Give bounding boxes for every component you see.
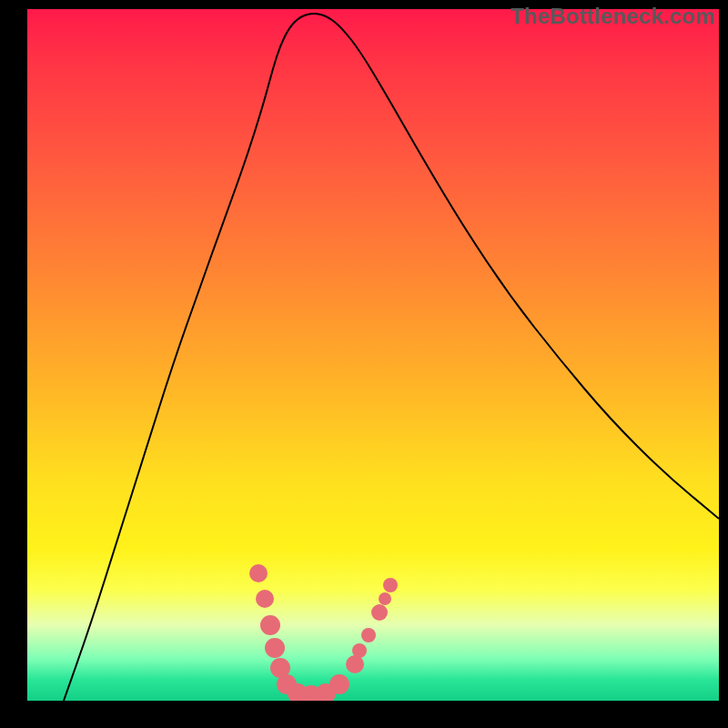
- data-marker: [346, 655, 364, 673]
- data-marker: [371, 604, 388, 621]
- data-marker: [256, 590, 274, 608]
- data-markers: [249, 564, 398, 701]
- data-marker: [379, 592, 391, 605]
- data-marker: [260, 615, 280, 635]
- data-marker: [361, 628, 376, 642]
- curve-layer: [27, 9, 719, 701]
- chart-frame: TheBottleneck.com: [0, 0, 728, 728]
- data-marker: [249, 564, 268, 582]
- data-marker: [265, 638, 285, 658]
- data-marker: [352, 643, 367, 658]
- data-marker: [329, 674, 349, 694]
- bottleneck-curve: [64, 14, 719, 701]
- data-marker: [383, 578, 398, 592]
- watermark-text: TheBottleneck.com: [511, 4, 715, 29]
- plot-area: [27, 9, 719, 701]
